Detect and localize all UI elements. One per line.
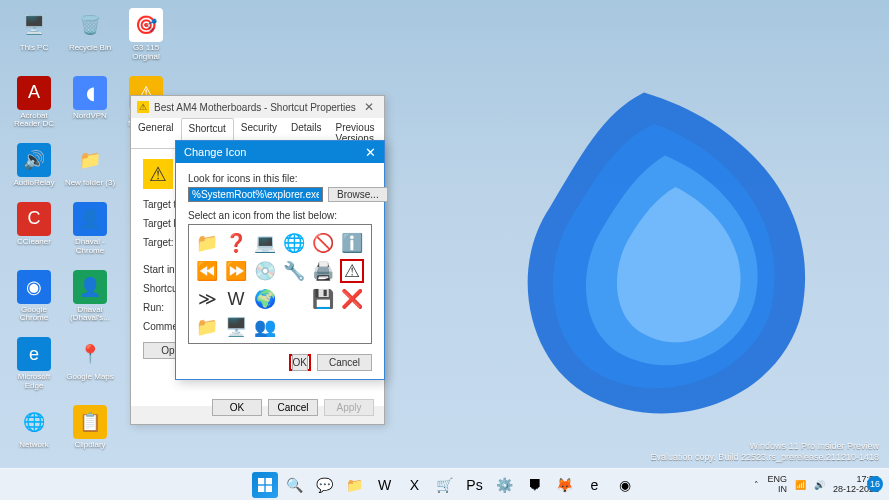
taskbar-app[interactable]: X: [402, 472, 428, 498]
app-icon: A: [17, 76, 51, 110]
desktop: 🖥️This PC🗑️Recycle Bin🎯G3 115 OriginalAA…: [0, 0, 889, 500]
icon-choice[interactable]: W: [224, 287, 248, 311]
icon-choice[interactable]: 🖥️: [224, 315, 248, 339]
icon-choice[interactable]: ⚠: [340, 259, 364, 283]
desktop-icon-label: Google Chrome: [8, 306, 60, 324]
desktop-icon-label: Acrobat Reader DC: [8, 112, 60, 130]
warning-icon: ⚠: [137, 101, 149, 113]
app-icon: 🗑️: [73, 8, 107, 42]
desktop-icon-label: Clipdiary: [74, 441, 105, 450]
desktop-icon[interactable]: 🖥️This PC: [8, 8, 60, 62]
icon-choice[interactable]: ℹ️: [340, 231, 364, 255]
tab-general[interactable]: General: [131, 118, 181, 148]
icon-choice[interactable]: 💾: [311, 287, 335, 311]
icon-choice[interactable]: ❓: [224, 231, 248, 255]
icon-choice[interactable]: ≫: [195, 287, 219, 311]
desktop-icon[interactable]: CCCleaner: [8, 202, 60, 256]
icon-choice[interactable]: 📁: [195, 231, 219, 255]
desktop-icon-label: CCleaner: [17, 238, 51, 247]
svg-rect-2: [258, 485, 264, 491]
app-icon: 🎯: [129, 8, 163, 42]
desktop-icon-label: G3 115 Original: [120, 44, 172, 62]
desktop-icon[interactable]: ◖NordVPN: [64, 76, 116, 130]
svg-rect-0: [258, 478, 264, 484]
app-icon: 🌐: [17, 405, 51, 439]
desktop-icon-label: NordVPN: [73, 112, 107, 121]
taskbar-app[interactable]: ⛊: [522, 472, 548, 498]
app-icon: 📋: [73, 405, 107, 439]
app-icon: 📁: [73, 143, 107, 177]
taskbar-app[interactable]: 📁: [342, 472, 368, 498]
desktop-icon[interactable]: 👤Dhaval (Dhaval's...: [64, 270, 116, 324]
desktop-icon[interactable]: 🔊AudioRelay: [8, 143, 60, 188]
desktop-icon-label: AudioRelay: [14, 179, 55, 188]
close-icon[interactable]: ✕: [365, 145, 376, 160]
app-icon: 🖥️: [17, 8, 51, 42]
cancel-button[interactable]: Cancel: [268, 399, 318, 416]
desktop-icon[interactable]: 📁New folder (3): [64, 143, 116, 188]
properties-title: Best AM4 Motherboards - Shortcut Propert…: [154, 102, 356, 113]
desktop-icon[interactable]: 🌐Network: [8, 405, 60, 450]
shortcut-large-icon: ⚠: [143, 159, 173, 189]
language-indicator[interactable]: ENGIN: [767, 475, 787, 495]
start-button[interactable]: [252, 472, 278, 498]
taskbar-app[interactable]: 🛒: [432, 472, 458, 498]
app-icon: 🔊: [17, 143, 51, 177]
icon-choice[interactable]: ⏪: [195, 259, 219, 283]
desktop-icon-label: Microsoft Edge: [8, 373, 60, 391]
icon-choice[interactable]: 👥: [253, 315, 277, 339]
app-icon: ◖: [73, 76, 107, 110]
desktop-icon[interactable]: eMicrosoft Edge: [8, 337, 60, 391]
taskbar-app[interactable]: ⚙️: [492, 472, 518, 498]
browse-button[interactable]: Browse...: [328, 187, 388, 202]
change-icon-titlebar[interactable]: Change Icon ✕: [176, 141, 384, 163]
taskbar-app[interactable]: 🔍: [282, 472, 308, 498]
select-icon-label: Select an icon from the list below:: [188, 210, 372, 221]
windows-watermark: Windows 11 Pro Insider Preview Evaluatio…: [651, 441, 880, 464]
desktop-icon[interactable]: 👤Dhaval - Chrome: [64, 202, 116, 256]
cancel-button[interactable]: Cancel: [317, 354, 372, 371]
notification-badge[interactable]: 16: [867, 476, 883, 492]
desktop-icon[interactable]: AAcrobat Reader DC: [8, 76, 60, 130]
icon-choice[interactable]: [282, 315, 306, 339]
change-icon-body: Look for icons in this file: Browse... S…: [176, 163, 384, 381]
wallpaper-bloom: [319, 40, 889, 460]
icon-choice[interactable]: 💻: [253, 231, 277, 255]
apply-button: Apply: [324, 399, 374, 416]
taskbar-app[interactable]: Ps: [462, 472, 488, 498]
icon-choice[interactable]: 🚫: [311, 231, 335, 255]
desktop-icon-label: Recycle Bin: [69, 44, 111, 53]
taskbar-app[interactable]: e: [582, 472, 608, 498]
properties-titlebar[interactable]: ⚠ Best AM4 Motherboards - Shortcut Prope…: [131, 96, 384, 118]
icon-path-input[interactable]: [188, 187, 323, 202]
icon-choice[interactable]: 💿: [253, 259, 277, 283]
taskbar-app[interactable]: W: [372, 472, 398, 498]
app-icon: 👤: [73, 270, 107, 304]
icon-choice[interactable]: ⏩: [224, 259, 248, 283]
icon-choice[interactable]: 🌐: [282, 231, 306, 255]
icon-choice[interactable]: 🌍: [253, 287, 277, 311]
volume-icon[interactable]: 🔊: [814, 480, 825, 490]
taskbar-app[interactable]: ◉: [612, 472, 638, 498]
icon-choice[interactable]: 🔧: [282, 259, 306, 283]
ok-button[interactable]: OK: [292, 354, 308, 371]
taskbar: 🔍💬📁WX🛒Ps⚙️⛊🦊e◉ ˄ ENGIN 📶 🔊 17:5828-12-20…: [0, 468, 889, 500]
wifi-icon[interactable]: 📶: [795, 480, 806, 490]
chevron-up-icon[interactable]: ˄: [754, 480, 759, 490]
taskbar-app[interactable]: 💬: [312, 472, 338, 498]
icon-choice[interactable]: 🖨️: [311, 259, 335, 283]
desktop-icon[interactable]: 📍Google Maps: [64, 337, 116, 391]
app-icon: C: [17, 202, 51, 236]
ok-button[interactable]: OK: [212, 399, 262, 416]
change-icon-dialog: Change Icon ✕ Look for icons in this fil…: [175, 140, 385, 380]
icon-choice[interactable]: 📁: [195, 315, 219, 339]
icon-choice[interactable]: ❌: [340, 287, 364, 311]
close-icon[interactable]: ✕: [360, 100, 378, 114]
desktop-icon[interactable]: 🗑️Recycle Bin: [64, 8, 116, 62]
look-for-icons-label: Look for icons in this file:: [188, 173, 372, 184]
desktop-icon[interactable]: 🎯G3 115 Original: [120, 8, 172, 62]
desktop-icon[interactable]: ◉Google Chrome: [8, 270, 60, 324]
taskbar-app[interactable]: 🦊: [552, 472, 578, 498]
icon-choice[interactable]: [282, 287, 306, 311]
desktop-icon[interactable]: 📋Clipdiary: [64, 405, 116, 450]
